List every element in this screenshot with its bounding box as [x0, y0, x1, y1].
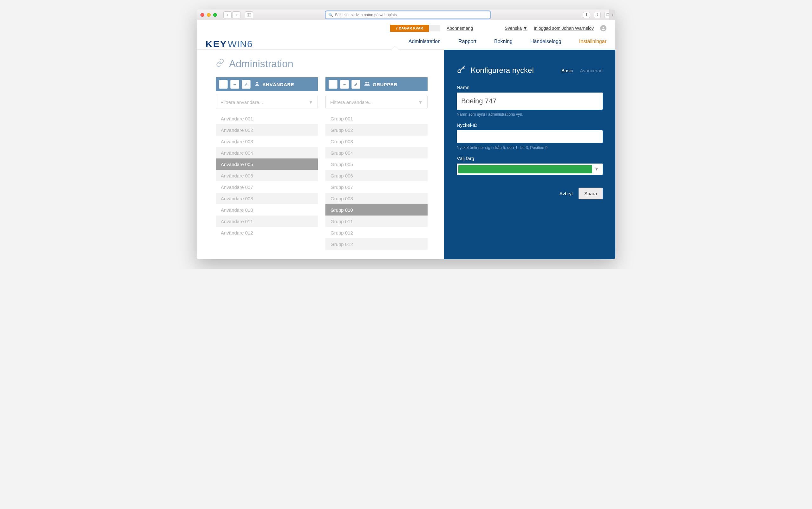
- list-item[interactable]: Grupp 007: [325, 181, 428, 193]
- svg-rect-0: [247, 13, 251, 16]
- forward-button[interactable]: ›: [232, 11, 241, 19]
- logo-part1: KEY: [206, 39, 227, 49]
- link-icon: [216, 58, 225, 69]
- users-add-button[interactable]: [219, 80, 228, 89]
- svg-point-5: [367, 82, 369, 83]
- nav-handelselogg[interactable]: Händelselogg: [530, 39, 561, 44]
- groups-list: Grupp 001Grupp 002Grupp 003Grupp 004Grup…: [325, 113, 428, 250]
- list-item[interactable]: Grupp 012: [325, 238, 428, 250]
- share-button[interactable]: ⇪: [594, 12, 601, 18]
- groups-add-button[interactable]: [329, 80, 338, 89]
- list-item[interactable]: Användare 002: [216, 124, 318, 136]
- name-input[interactable]: [457, 93, 603, 110]
- back-button[interactable]: ‹: [223, 11, 231, 19]
- app-header: 7 DAGAR KVAR Abonnemang Svenska ▼ Inlogg…: [197, 20, 615, 35]
- key-id-label: Nyckel-ID: [457, 122, 603, 128]
- list-item[interactable]: Grupp 003: [325, 136, 428, 147]
- sidebar-toggle-button[interactable]: [245, 11, 253, 19]
- list-item[interactable]: Grupp 001: [325, 113, 428, 124]
- logged-in-user-link[interactable]: Inloggad som Johan Wärnelöv: [534, 26, 594, 31]
- cancel-button[interactable]: Avbryt: [560, 191, 573, 196]
- groups-edit-button[interactable]: [351, 80, 360, 89]
- color-select[interactable]: ▼: [457, 164, 603, 175]
- logo: KEYWIN6: [206, 39, 253, 49]
- trial-progress-empty: [429, 25, 440, 31]
- name-hint: Namn som syns i administrations vyn.: [457, 112, 603, 116]
- downloads-button[interactable]: ⬇: [583, 12, 590, 18]
- groups-filter[interactable]: Filtrera användare... ▼: [325, 96, 428, 108]
- list-item[interactable]: Grupp 004: [325, 147, 428, 159]
- save-button[interactable]: Spara: [579, 188, 603, 199]
- list-item[interactable]: Användare 007: [216, 181, 318, 193]
- list-item[interactable]: Användare 012: [216, 227, 318, 238]
- list-item[interactable]: Grupp 011: [325, 215, 428, 227]
- chevron-down-icon: ▼: [308, 100, 313, 105]
- list-item[interactable]: Grupp 002: [325, 124, 428, 136]
- key-id-input[interactable]: [457, 130, 603, 143]
- active-tab-indicator: [392, 46, 399, 50]
- list-item[interactable]: Användare 008: [216, 193, 318, 204]
- nav-administration[interactable]: Administration: [409, 39, 441, 44]
- users-column: − ANVÄNDARE Filtrera användare... ▼: [216, 77, 318, 250]
- meta-row: 7 DAGAR KVAR Abonnemang Svenska ▼ Inlogg…: [206, 25, 606, 35]
- configure-key-drawer: Konfigurera nyckel Basic Avancerad Namn …: [444, 50, 615, 259]
- list-item[interactable]: Grupp 012: [325, 227, 428, 238]
- url-bar[interactable]: 🔍: [325, 11, 490, 19]
- titlebar-right: ⬇ ⇪ ❐: [583, 12, 612, 18]
- minimize-window-button[interactable]: [207, 13, 211, 17]
- new-tab-button[interactable]: +: [609, 9, 615, 20]
- nav-rapport[interactable]: Rapport: [458, 39, 476, 44]
- fullscreen-window-button[interactable]: [213, 13, 217, 17]
- drawer-title-text: Konfigurera nyckel: [471, 66, 534, 75]
- chevron-down-icon: ▼: [592, 167, 601, 171]
- nav-bokning[interactable]: Bokning: [494, 39, 512, 44]
- key-icon: [457, 65, 466, 76]
- list-item[interactable]: Användare 005: [216, 159, 318, 170]
- list-item[interactable]: Användare 006: [216, 170, 318, 181]
- drawer-tab-advanced[interactable]: Avancerad: [580, 68, 603, 73]
- users-header-label: ANVÄNDARE: [262, 82, 294, 87]
- users-header: − ANVÄNDARE: [216, 77, 318, 91]
- key-id-hint: Nyckel befinner sig i skåp 5, dörr 1, li…: [457, 145, 603, 150]
- name-label: Namn: [457, 84, 603, 90]
- list-item[interactable]: Användare 003: [216, 136, 318, 147]
- svg-point-2: [603, 27, 604, 28]
- trial-banner: 7 DAGAR KVAR: [390, 25, 441, 32]
- list-item[interactable]: Användare 001: [216, 113, 318, 124]
- color-swatch: [458, 165, 592, 173]
- user-icon: [254, 81, 260, 88]
- language-label: Svenska: [505, 26, 522, 31]
- page-title: Administration: [229, 58, 293, 70]
- drawer-tab-basic[interactable]: Basic: [561, 68, 573, 73]
- svg-point-3: [256, 82, 258, 84]
- search-icon: 🔍: [328, 13, 333, 17]
- users-remove-button[interactable]: −: [230, 80, 239, 89]
- list-item[interactable]: Grupp 006: [325, 170, 428, 181]
- groups-remove-button[interactable]: −: [340, 80, 349, 89]
- browser-window: ‹ › 🔍 ⬇ ⇪ ❐ + 7 DAGAR KVAR Abonnemang Sv…: [197, 9, 615, 259]
- drawer-tabs: Basic Avancerad: [561, 68, 603, 73]
- nav-installningar[interactable]: Inställningar: [579, 39, 606, 44]
- users-edit-button[interactable]: [242, 80, 251, 89]
- titlebar: ‹ › 🔍 ⬇ ⇪ ❐ +: [197, 9, 615, 20]
- groups-filter-placeholder: Filtrera användare...: [330, 100, 373, 105]
- list-item[interactable]: Grupp 005: [325, 159, 428, 170]
- nav-buttons: ‹ ›: [223, 11, 241, 19]
- drawer-actions: Avbryt Spara: [457, 188, 603, 199]
- url-input[interactable]: [335, 13, 488, 17]
- trial-days-badge: 7 DAGAR KVAR: [390, 25, 429, 32]
- list-item[interactable]: Grupp 010: [325, 204, 428, 215]
- language-selector[interactable]: Svenska ▼: [505, 26, 528, 31]
- close-window-button[interactable]: [200, 13, 204, 17]
- users-filter[interactable]: Filtrera användare... ▼: [216, 96, 318, 108]
- users-filter-placeholder: Filtrera användare...: [220, 100, 263, 105]
- list-item[interactable]: Användare 010: [216, 204, 318, 215]
- list-item[interactable]: Användare 011: [216, 215, 318, 227]
- subscription-link[interactable]: Abonnemang: [447, 26, 473, 31]
- groups-header: − GRUPPER: [325, 77, 428, 91]
- app-body: Administration − ANVÄNDARE: [197, 50, 615, 259]
- avatar[interactable]: [600, 25, 606, 31]
- groups-header-label: GRUPPER: [373, 82, 398, 87]
- list-item[interactable]: Användare 004: [216, 147, 318, 159]
- list-item[interactable]: Grupp 008: [325, 193, 428, 204]
